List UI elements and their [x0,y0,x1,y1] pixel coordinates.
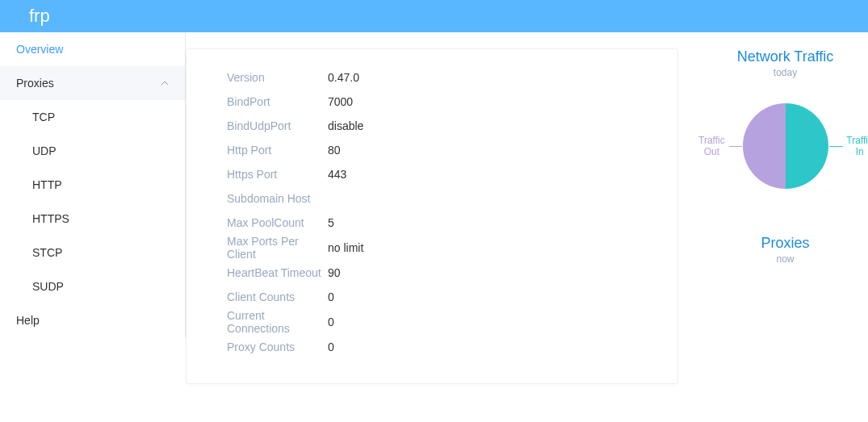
chevron-up-icon [161,79,169,87]
row-value: 7000 [328,95,353,108]
row-label: Client Counts [227,290,328,303]
row-value: 90 [328,266,341,279]
row-value: disable [328,119,363,132]
sidebar-item-https[interactable]: HTTPS [0,202,185,236]
row-httpsport: Https Port 443 [227,162,637,186]
row-maxpoolcount: Max PoolCount 5 [227,211,637,235]
row-httpport: Http Port 80 [227,138,637,162]
row-label: Http Port [227,144,328,157]
row-label: Max PoolCount [227,216,328,229]
traffic-out-label: Traffic Out [696,135,742,157]
traffic-pie-chart[interactable]: Traffic Out Traffic In [702,90,868,203]
leader-line-icon [829,146,844,147]
sidebar-item-help[interactable]: Help [0,303,185,337]
proxies-subtitle: now [702,253,868,265]
row-label: BindUdpPort [227,119,328,132]
row-version: Version 0.47.0 [227,65,637,90]
network-traffic-subtitle: today [702,67,868,78]
row-label: Current Connections [227,309,328,335]
sidebar-submenu-proxies[interactable]: Proxies [0,66,185,100]
row-value: no limit [328,241,363,254]
row-label: Https Port [227,168,328,181]
pie-graphic [743,103,828,189]
row-value: 0 [328,341,334,353]
sidebar-item-overview[interactable]: Overview [0,32,185,66]
row-label: HeartBeat Timeout [227,266,328,279]
sidebar: Overview Proxies TCP UDP HTTP HTTPS STCP… [0,32,186,337]
row-label: Version [227,71,328,84]
traffic-in-label: Traffic In [829,135,869,157]
row-value: 0.47.0 [328,71,359,84]
overview-card: Version 0.47.0 BindPort 7000 BindUdpPort… [186,48,678,384]
sidebar-item-tcp[interactable]: TCP [0,100,185,134]
row-subdomainhost: Subdomain Host [227,186,637,211]
sidebar-item-label: TCP [32,111,55,123]
row-clientcounts: Client Counts 0 [227,285,637,309]
sidebar-item-label: STCP [32,246,62,259]
sidebar-item-http[interactable]: HTTP [0,168,185,202]
main-content: Version 0.47.0 BindPort 7000 BindUdpPort… [186,32,678,400]
sidebar-item-udp[interactable]: UDP [0,134,185,168]
row-value: 0 [328,315,334,328]
row-currentconnections: Current Connections 0 [227,309,637,335]
row-label: Subdomain Host [227,192,328,205]
leader-line-icon [729,146,742,147]
header-bar: frp [0,0,868,32]
sidebar-item-label: SUDP [32,280,64,293]
row-label: Max Ports Per Client [227,235,328,261]
row-bindudpport: BindUdpPort disable [227,114,637,138]
sidebar-item-label: Help [16,314,40,327]
sidebar-item-stcp[interactable]: STCP [0,236,185,269]
row-value: 443 [328,168,346,181]
row-heartbeattimeout: HeartBeat Timeout 90 [227,261,637,285]
sidebar-item-label: UDP [32,144,57,157]
sidebar-item-label: HTTP [32,178,62,191]
right-panel: Network Traffic today Traffic Out Traffi… [678,32,868,276]
row-value: 0 [328,290,334,303]
row-label: BindPort [227,95,328,108]
app-logo: frp [29,0,50,32]
row-maxportsperclient: Max Ports Per Client no limit [227,235,637,261]
row-bindport: BindPort 7000 [227,90,637,114]
proxies-title: Proxies [702,235,868,252]
sidebar-item-label: Overview [16,43,63,56]
sidebar-item-sudp[interactable]: SUDP [0,269,185,303]
sidebar-item-label: HTTPS [32,212,69,225]
row-value: 80 [328,144,341,157]
proxies-section: Proxies now [702,235,868,265]
row-value: 5 [328,216,334,229]
network-traffic-title: Network Traffic [702,48,868,65]
sidebar-item-label: Proxies [16,77,54,90]
row-proxycounts: Proxy Counts 0 [227,335,637,359]
row-label: Proxy Counts [227,341,328,353]
